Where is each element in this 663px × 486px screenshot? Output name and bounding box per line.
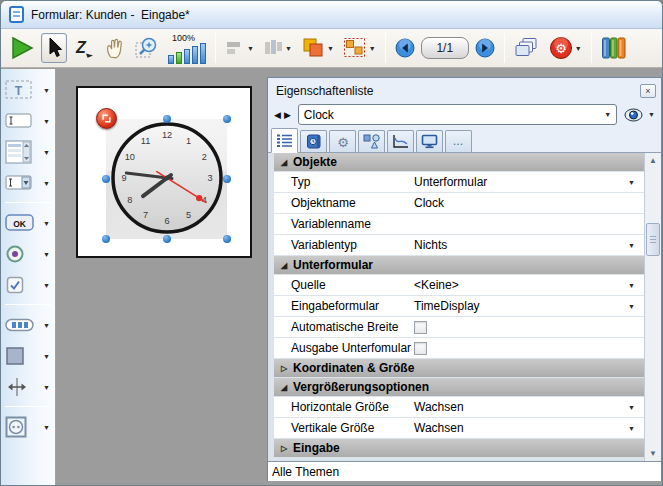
section-header[interactable]: ◢Objekte xyxy=(274,153,644,171)
checkbox[interactable] xyxy=(414,342,427,355)
run-form-button[interactable] xyxy=(6,33,38,63)
dropdown-caret-icon[interactable]: ▼ xyxy=(43,220,50,227)
dropdown-caret-icon[interactable]: ▼ xyxy=(285,45,292,52)
prev-object-button[interactable]: ◀ xyxy=(274,110,281,120)
textfield-tool[interactable]: ▼ xyxy=(5,109,53,133)
theme-filter-input[interactable] xyxy=(268,463,661,481)
align-horizontal-button[interactable]: ▼ xyxy=(222,33,257,63)
library-button[interactable] xyxy=(598,33,630,63)
tab-more[interactable]: ... xyxy=(445,130,472,152)
prev-page-button[interactable] xyxy=(392,33,418,63)
frame-tool[interactable]: ▼ xyxy=(5,344,53,368)
widget-action-badge[interactable] xyxy=(96,108,117,129)
zoom-level-control[interactable]: 100% xyxy=(165,31,209,65)
scrollbar-thumb[interactable] xyxy=(646,223,660,256)
tab-settings[interactable]: ⚙ xyxy=(329,130,356,152)
visibility-dropdown-caret-icon[interactable]: ▼ xyxy=(648,111,655,118)
book-icon xyxy=(306,134,322,149)
combobox-tool[interactable]: ▼ xyxy=(5,171,53,195)
scrollbar[interactable]: ▲ ▼ xyxy=(644,153,661,461)
property-value[interactable]: Wachsen xyxy=(414,400,464,414)
dropdown-caret-icon[interactable]: ▼ xyxy=(628,179,635,186)
dropdown-caret-icon[interactable]: ▼ xyxy=(575,45,582,52)
dropdown-caret-icon[interactable]: ▼ xyxy=(43,322,50,329)
selection-handle[interactable] xyxy=(163,235,171,243)
label-tool[interactable]: T▼ xyxy=(5,78,53,102)
clock-subform-widget[interactable]: 121234567891011 xyxy=(106,119,227,239)
next-page-button[interactable] xyxy=(472,33,498,63)
property-list: ◢ObjekteTypUnterformular▼ObjektnameClock… xyxy=(268,153,661,461)
listbox-tool[interactable]: ▼ xyxy=(5,140,53,164)
property-value[interactable]: Unterformular xyxy=(414,175,487,189)
tab-objects[interactable] xyxy=(358,130,385,152)
form-design-surface[interactable]: 121234567891011 xyxy=(76,86,252,258)
property-value[interactable]: <Keine> xyxy=(414,278,459,292)
section-header[interactable]: ◢Unterformular xyxy=(274,256,644,274)
dropdown-caret-icon[interactable]: ▼ xyxy=(628,242,635,249)
selection-handle[interactable] xyxy=(163,115,171,123)
selection-handle[interactable] xyxy=(102,175,110,183)
dropdown-caret-icon[interactable]: ▼ xyxy=(43,180,50,187)
selection-handle[interactable] xyxy=(102,235,110,243)
dropdown-caret-icon[interactable]: ▼ xyxy=(43,424,50,431)
scroll-up-icon[interactable]: ▲ xyxy=(645,153,661,168)
selection-handle[interactable] xyxy=(223,115,231,123)
dropdown-caret-icon[interactable]: ▼ xyxy=(43,282,50,289)
dropdown-caret-icon[interactable]: ▼ xyxy=(628,425,635,432)
section-header[interactable]: ◢Vergrößerungsoptionen xyxy=(274,378,644,396)
dropdown-caret-icon[interactable]: ▼ xyxy=(43,149,50,156)
arrange-order-button[interactable]: ▼ xyxy=(298,33,337,63)
form-copies-button[interactable] xyxy=(511,33,543,63)
pan-tool-button[interactable] xyxy=(101,33,129,63)
close-icon[interactable]: × xyxy=(640,84,656,98)
dropdown-caret-icon[interactable]: ▼ xyxy=(628,404,635,411)
toolbar-tool[interactable]: ▼ xyxy=(5,313,53,337)
page-indicator[interactable]: 1/1 xyxy=(421,37,469,59)
panel-header: Eigenschaftenliste × xyxy=(268,78,661,101)
button-tool[interactable]: OK▼ xyxy=(5,211,53,235)
property-row: ObjektnameClock xyxy=(274,193,644,213)
button-tool-icon: OK xyxy=(5,214,35,232)
selection-handle[interactable] xyxy=(223,235,231,243)
tab-order-button[interactable]: Z xyxy=(70,33,98,63)
checkbox-tool[interactable]: ▼ xyxy=(5,273,53,297)
dropdown-caret-icon[interactable]: ▼ xyxy=(43,353,50,360)
property-value[interactable]: Nichts xyxy=(414,238,447,252)
dropdown-caret-icon[interactable]: ▼ xyxy=(369,45,376,52)
dropdown-caret-icon[interactable]: ▼ xyxy=(43,384,50,391)
tab-display[interactable] xyxy=(416,130,443,152)
dropdown-caret-icon[interactable]: ▼ xyxy=(43,251,50,258)
tab-properties[interactable] xyxy=(271,128,298,153)
radiobutton-tool[interactable]: ▼ xyxy=(5,242,53,266)
select-tool-button[interactable] xyxy=(41,33,67,63)
socket-tool[interactable]: ▼ xyxy=(5,415,53,439)
tab-functions[interactable] xyxy=(387,130,414,152)
tab-data[interactable] xyxy=(300,130,327,152)
visibility-button[interactable] xyxy=(624,108,643,122)
splitter-tool[interactable]: ▼ xyxy=(5,375,53,399)
section-header[interactable]: ▷Koordinaten & Größe xyxy=(274,359,644,377)
property-value[interactable]: Clock xyxy=(414,196,444,210)
dropdown-caret-icon[interactable]: ▼ xyxy=(327,45,334,52)
combobox-tool-icon xyxy=(5,175,33,191)
next-object-button[interactable]: ▶ xyxy=(284,110,291,120)
zoom-tool-button[interactable] xyxy=(132,33,162,63)
scroll-down-icon[interactable]: ▼ xyxy=(645,446,661,461)
section-header[interactable]: ▷Eingabe xyxy=(274,439,644,457)
object-selector-combobox[interactable]: Clock ▼ xyxy=(298,104,617,125)
checkbox[interactable] xyxy=(414,321,427,334)
zoom-bars-icon xyxy=(168,43,206,64)
dropdown-caret-icon[interactable]: ▼ xyxy=(43,87,50,94)
dropdown-caret-icon[interactable]: ▼ xyxy=(628,282,635,289)
dropdown-caret-icon[interactable]: ▼ xyxy=(43,118,50,125)
align-vertical-button[interactable]: ▼ xyxy=(260,33,295,63)
dropdown-caret-icon[interactable]: ▼ xyxy=(247,45,254,52)
property-value[interactable]: Wachsen xyxy=(414,421,464,435)
settings-button[interactable]: ⚙▼ xyxy=(546,33,585,63)
selection-handle[interactable] xyxy=(223,175,231,183)
dropdown-caret-icon[interactable]: ▼ xyxy=(628,303,635,310)
property-row: Horizontale GrößeWachsen▼ xyxy=(274,397,644,417)
selection-options-button[interactable]: ▼ xyxy=(340,33,379,63)
property-value[interactable]: TimeDisplay xyxy=(414,299,480,313)
property-label: Eingabeformular xyxy=(274,299,414,313)
